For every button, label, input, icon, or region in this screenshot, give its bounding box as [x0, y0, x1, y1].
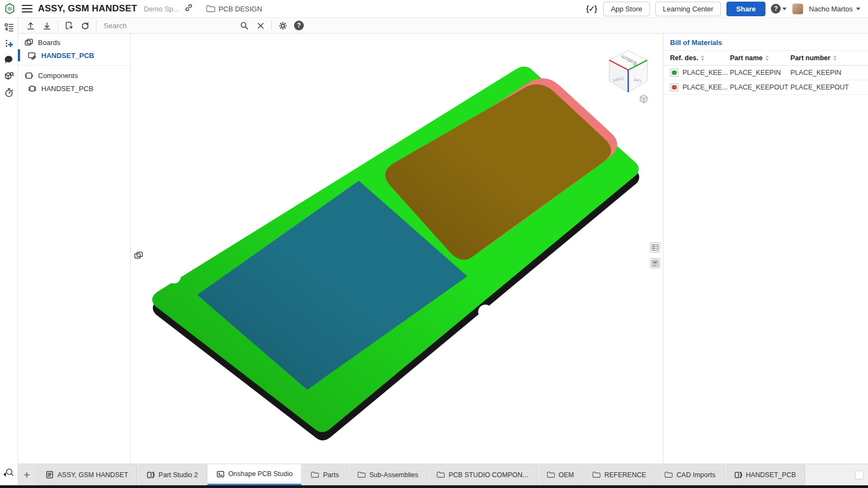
bom-table: Ref. des. Part name Part number	[663, 51, 868, 95]
breadcrumb[interactable]: PCB DESIGN	[206, 5, 262, 13]
analysis-icon[interactable]	[2, 69, 16, 83]
folder-icon	[547, 471, 555, 478]
folder-icon	[311, 471, 319, 478]
components-section-header[interactable]: Components	[18, 69, 130, 82]
share-button[interactable]: Share	[726, 2, 765, 16]
export-document-icon[interactable]	[61, 19, 76, 32]
sort-icon[interactable]	[765, 55, 769, 61]
main-menu-icon[interactable]	[22, 4, 33, 13]
boards-section-header[interactable]: Boards	[18, 36, 130, 49]
link-icon[interactable]	[184, 3, 193, 14]
board-item-handset-pcb[interactable]: HANDSET_PCB	[18, 49, 130, 62]
feature-list-icon[interactable]	[2, 20, 16, 34]
search-tabs-icon[interactable]	[2, 467, 14, 480]
app-store-button[interactable]: App Store	[603, 2, 650, 16]
component-icon	[28, 85, 37, 93]
bom-row-keepin[interactable]: PLACE_KEE... PLACE_KEEPIN PLACE_KEEPIN	[663, 66, 868, 80]
doc-tab-oem[interactable]: OEM	[538, 464, 583, 485]
board-notch	[167, 270, 181, 284]
sort-icon[interactable]	[833, 55, 837, 61]
board-notch	[310, 172, 324, 185]
help-menu[interactable]: ?	[771, 4, 787, 14]
bom-col-part-name[interactable]: Part name	[730, 51, 790, 66]
bom-title: Bill of Materials	[663, 34, 868, 51]
settings-gear-icon[interactable]	[275, 19, 290, 32]
search-input[interactable]	[99, 20, 236, 32]
assembly-icon	[46, 471, 54, 479]
bottom-edge	[0, 485, 868, 488]
bom-table-toggle-icon[interactable]	[650, 242, 660, 253]
comment-icon[interactable]	[2, 53, 16, 67]
keepout-part-icon	[670, 83, 679, 92]
clear-search-icon[interactable]	[253, 19, 268, 32]
project-name: PCB DESIGN	[219, 5, 262, 13]
bom-col-part-number[interactable]: Part number	[790, 51, 868, 66]
doc-tab-assembly[interactable]: ASSY, GSM HANDSET	[36, 464, 137, 485]
doc-tab-cad-imports[interactable]: CAD Imports	[655, 464, 725, 485]
board-notch	[478, 305, 493, 319]
keepin-part-icon	[670, 68, 679, 77]
featurescript-icon[interactable]: {✓}	[586, 4, 597, 13]
bom-panel: Bill of Materials Ref. des. Part name Pa…	[663, 34, 868, 464]
pcb-studio-icon	[216, 470, 225, 478]
toolbar-help-icon[interactable]: ?	[291, 19, 307, 32]
doc-tab-reference[interactable]: REFERENCE	[583, 464, 655, 485]
folder-icon	[437, 471, 445, 478]
boards-components-panel: Boards HANDSET_PCB Components HANDSET_PC…	[18, 34, 131, 464]
help-icon: ?	[771, 4, 781, 14]
doc-tab-parts[interactable]: Parts	[302, 464, 348, 485]
user-menu[interactable]: Nacho Martos	[809, 5, 860, 13]
insert-component-icon[interactable]	[2, 36, 16, 50]
boards-flyout-icon[interactable]	[133, 250, 144, 261]
chevron-down-icon	[856, 8, 860, 10]
folder-icon	[358, 471, 366, 478]
import-document-icon[interactable]	[78, 19, 93, 32]
redo-download-icon[interactable]	[39, 19, 54, 32]
isometric-view-icon[interactable]	[639, 94, 649, 104]
doc-tab-part-studio-2[interactable]: Part Studio 2	[137, 464, 207, 485]
search-icon[interactable]	[237, 19, 252, 32]
sort-icon[interactable]	[701, 55, 704, 61]
bom-row-keepout[interactable]: PLACE_KEE... PLACE_KEEPOUT PLACE_KEEPOUT	[663, 80, 868, 95]
components-icon	[24, 72, 34, 80]
board-edit-icon	[28, 52, 37, 60]
doc-tab-pcb-studio-compon[interactable]: PCB STUDIO COMPON...	[427, 464, 538, 485]
document-toolbar: ?	[18, 18, 868, 34]
onshape-app: ASSY, GSM HANDSET Demo Sp... PCB DESIGN …	[0, 0, 868, 488]
search-box	[99, 20, 236, 32]
document-title: ASSY, GSM HANDSET	[38, 3, 137, 14]
part-studio-icon	[146, 471, 155, 479]
component-item-handset-pcb[interactable]: HANDSET_PCB	[18, 82, 130, 95]
pcb-3d-model[interactable]	[131, 34, 663, 464]
view-cube[interactable]: Bottom Front Left	[605, 48, 652, 98]
top-header: ASSY, GSM HANDSET Demo Sp... PCB DESIGN …	[0, 0, 868, 18]
avatar[interactable]	[792, 3, 803, 15]
user-name: Nacho Martos	[809, 5, 853, 13]
doc-tab-sub-assemblies[interactable]: Sub-Assemblies	[348, 464, 427, 485]
part-studio-icon	[734, 471, 742, 479]
timer-icon[interactable]	[2, 85, 16, 99]
undo-upload-icon[interactable]	[23, 19, 38, 32]
folder-icon	[665, 471, 673, 478]
chevron-down-icon	[782, 8, 787, 10]
learning-center-button[interactable]: Learning Center	[655, 2, 721, 16]
left-tool-strip	[0, 18, 18, 485]
onshape-logo-icon[interactable]	[3, 2, 16, 15]
folder-icon	[592, 471, 601, 478]
doc-tab-handset-pcb[interactable]: HANDSET_PCB	[725, 464, 805, 485]
doc-tab-pcb-studio[interactable]: Onshape PCB Studio	[207, 464, 302, 485]
add-tab-button[interactable]: +	[18, 464, 36, 485]
properties-panel-toggle-icon[interactable]	[650, 258, 660, 268]
graphics-viewport[interactable]: Bottom Front Left	[131, 34, 663, 464]
folder-icon	[206, 5, 215, 12]
boards-icon	[24, 38, 34, 47]
tab-scroll-button[interactable]	[855, 471, 864, 479]
workspace-label[interactable]: Demo Sp...	[144, 5, 179, 13]
bom-col-ref-des[interactable]: Ref. des.	[663, 51, 730, 66]
document-tab-bar: + ASSY, GSM HANDSET Part Studio 2 Onshap…	[18, 464, 868, 485]
